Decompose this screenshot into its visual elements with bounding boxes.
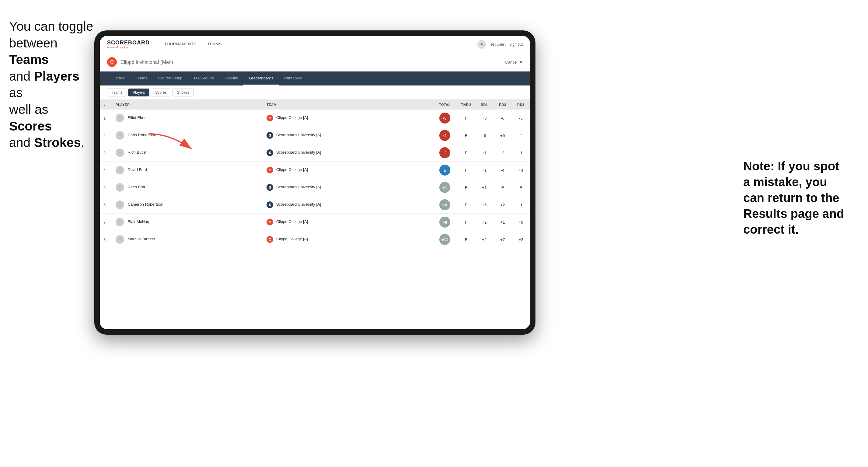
tab-leaderboards[interactable]: Leaderboards [243,71,279,86]
team-name: Clippd College [A] [276,237,308,241]
tablet-screen: SCOREBOARD Powered by clippd TOURNAMENTS… [100,36,530,329]
sub-tabs: Teams Players Scores Strokes [100,86,530,100]
team-name: Scoreboard University [A] [276,150,321,155]
score-cell: +1 [433,179,457,196]
score-badge: +8 [439,217,450,227]
player-name: David Ford [128,167,147,172]
table-row: 6 Cameron Robertson S Scoreboard Univers… [100,196,530,214]
team-name: Clippd College [A] [276,167,308,172]
score-badge: -2 [439,147,450,158]
player-name-cell: Marcus Turners [112,231,263,248]
player-name: Cameron Robertson [128,202,163,207]
cancel-button[interactable]: Cancel ✕ [505,60,523,64]
nav-teams[interactable]: TEAMS [202,36,227,53]
score-cell: +8 [433,214,457,231]
user-icon [477,40,486,49]
team-logo: C [267,115,273,121]
player-name-cell: David Ford [112,161,263,179]
score-badge: E [439,164,450,176]
team-name: Clippd College [A] [276,219,308,224]
subtab-teams[interactable]: Teams [107,89,127,96]
nav-links: TOURNAMENTS TEAMS [159,36,477,53]
score-badge: -4 [439,130,450,141]
thru-cell: F [457,231,475,248]
col-thru: THRU [457,100,475,110]
table-row: 8 Marcus Turners C Clippd College [A] +1… [100,231,530,248]
top-nav: SCOREBOARD Powered by clippd TOURNAMENTS… [100,36,530,53]
close-icon: ✕ [519,60,523,64]
thru-cell: F [457,110,475,127]
table-row: 7 Blair McHarg C Clippd College [A] +8 F… [100,214,530,231]
left-annotation: You can toggle between Teams and Players… [9,18,94,151]
subtab-scores[interactable]: Scores [151,89,171,96]
team-name: Scoreboard University [A] [276,202,321,207]
rd2-cell: -4 [494,161,512,179]
tab-printables[interactable]: Printables [279,71,307,86]
player-name: Chris Robertson [128,133,156,137]
logo-text: SCOREBOARD [107,39,150,46]
team-cell: C Clippd College [A] [263,231,433,248]
rd3-cell: -4 [512,127,530,144]
rd1-cell: -5 [475,127,494,144]
tabs-bar: Details Teams Course Setup Tee Groups Re… [100,71,530,86]
rank-cell: 3 [100,144,112,161]
player-name-cell: Cameron Robertson [112,196,263,214]
thru-cell: F [457,196,475,214]
sign-out-link[interactable]: Sign out [509,42,523,46]
tab-details[interactable]: Details [107,71,130,86]
tab-results[interactable]: Results [219,71,243,86]
nav-tournaments[interactable]: TOURNAMENTS [159,36,202,53]
tab-teams[interactable]: Teams [130,71,153,86]
team-name: Clippd College [A] [276,115,308,120]
tab-course-setup[interactable]: Course Setup [153,71,188,86]
rd1-cell: +1 [475,144,494,161]
rd1-cell: +5 [475,196,494,214]
thru-cell: F [457,214,475,231]
rank-cell: 6 [100,196,112,214]
score-cell: -8 [433,110,457,127]
player-name: Elliot Ebert [128,115,147,120]
team-cell: S Scoreboard University [A] [263,196,433,214]
rd1-cell: +2 [475,214,494,231]
team-cell: C Clippd College [A] [263,110,433,127]
thru-cell: F [457,161,475,179]
rd1-cell: +2 [475,231,494,248]
thru-cell: F [457,179,475,196]
player-name: Blair McHarg [128,219,151,224]
player-name: Marcus Turners [128,237,155,241]
rd2-cell: E [494,179,512,196]
subtab-strokes[interactable]: Strokes [173,89,194,96]
rd2-cell: +1 [494,214,512,231]
table-row: 3 Rich Butler S Scoreboard University [A… [100,144,530,161]
rd3-cell: -5 [512,110,530,127]
score-badge: +6 [439,199,450,210]
score-badge: +11 [439,234,450,245]
rank-cell: 5 [100,179,112,196]
rd1-cell: +1 [475,161,494,179]
score-cell: +11 [433,231,457,248]
rank-cell: 8 [100,231,112,248]
col-player: PLAYER [112,100,263,110]
subtab-players[interactable]: Players [128,89,149,96]
score-cell: -2 [433,144,457,161]
team-cell: S Scoreboard University [A] [263,127,433,144]
score-cell: E [433,161,457,179]
rd3-cell: -1 [512,144,530,161]
player-avatar [116,114,124,122]
player-name-cell: Rich Butler [112,144,263,161]
col-rank: # [100,100,112,110]
rd3-cell: +2 [512,231,530,248]
rd2-cell: -2 [494,144,512,161]
rd3-cell: -1 [512,196,530,214]
tab-tee-groups[interactable]: Tee Groups [188,71,219,86]
team-cell: C Clippd College [A] [263,161,433,179]
table-row: 1 Elliot Ebert C Clippd College [A] -8 F… [100,110,530,127]
rank-cell: 4 [100,161,112,179]
rank-cell: 1 [100,110,112,127]
table-row: 4 David Ford C Clippd College [A] E F +1… [100,161,530,179]
rd3-cell: E [512,179,530,196]
score-badge: -8 [439,113,450,124]
logo-sub: Powered by clippd [107,46,150,49]
tournament-title: Clippd Invitational (Men) [121,59,173,65]
player-avatar [116,200,124,209]
